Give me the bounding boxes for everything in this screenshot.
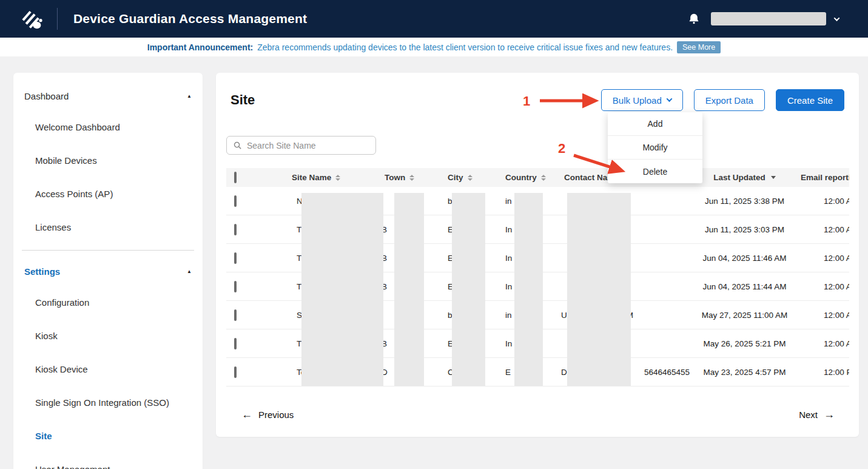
sidebar-section-dashboard[interactable]: Dashboard ▲ [13, 81, 203, 110]
redaction-block-site-name [301, 193, 383, 386]
column-label: Country [505, 173, 537, 182]
row-checkbox[interactable] [234, 338, 237, 349]
next-page-button[interactable]: Next → [799, 408, 835, 421]
cell-contact: D [561, 368, 567, 377]
cell-last-updated: Jun 11, 2025 3:38 PM [695, 197, 795, 206]
sidebar-item-label: Mobile Devices [35, 155, 97, 166]
sidebar-item-label: Kiosk [35, 331, 58, 341]
announcement-text: Zebra recommends updating devices to the… [257, 42, 673, 52]
dropdown-item-delete[interactable]: Delete [608, 160, 702, 183]
sort-icon[interactable] [468, 175, 473, 181]
column-header-site-name[interactable]: Site Name [267, 173, 379, 182]
export-data-button[interactable]: Export Data [694, 89, 765, 111]
app-title: Device Guardian Access Management [73, 12, 307, 26]
announcement-bar: Important Announcement: Zebra recommends… [0, 38, 868, 56]
row-checkbox[interactable] [234, 195, 237, 207]
select-all-checkbox[interactable] [234, 172, 237, 183]
column-label: Site Name [292, 173, 331, 182]
sidebar-item-kiosk-device[interactable]: Kiosk Device [13, 353, 203, 386]
sidebar-item-mobile-devices[interactable]: Mobile Devices [13, 144, 203, 177]
row-checkbox[interactable] [234, 224, 237, 235]
cell-email: 12:00 A [795, 254, 849, 263]
dropdown-item-add[interactable]: Add [608, 112, 702, 136]
sidebar-item-configuration[interactable]: Configuration [13, 286, 203, 319]
announcement-label: Important Announcement: [147, 42, 253, 52]
bulk-upload-dropdown: Add Modify Delete [608, 112, 702, 183]
redaction-block-contact [567, 193, 631, 386]
cell-email: 12:00 A [795, 225, 849, 234]
row-checkbox[interactable] [234, 281, 237, 292]
main-panel: Site Bulk Upload Export Data Create Site… [216, 73, 859, 437]
row-checkbox[interactable] [234, 252, 237, 264]
cell-contact: U [561, 311, 567, 320]
sidebar-section-label: Dashboard [24, 91, 69, 101]
column-header-city[interactable]: City [447, 173, 505, 182]
sidebar-item-kiosk[interactable]: Kiosk [13, 319, 203, 353]
site-table: Site Name Town City Country Contact Name… [226, 168, 849, 386]
sidebar-item-licenses[interactable]: Licenses [13, 211, 203, 244]
redaction-block-city [452, 193, 485, 386]
cell-email: 12:00 A [795, 311, 849, 320]
sort-icon[interactable] [409, 175, 414, 181]
column-label: Email reporti [801, 173, 849, 182]
arrow-left-icon: ← [241, 408, 252, 421]
sort-icon[interactable] [541, 175, 546, 181]
cell-last-updated: May 23, 2025 4:57 PM [695, 368, 795, 377]
create-site-button[interactable]: Create Site [776, 89, 844, 111]
sort-icon[interactable] [335, 175, 340, 181]
sidebar-item-welcome-dashboard[interactable]: Welcome Dashboard [13, 110, 203, 144]
redaction-block-country [514, 193, 543, 386]
sidebar-item-user-management[interactable]: User Management [13, 453, 203, 469]
cell-email: 12:00 A [795, 339, 849, 348]
row-checkbox[interactable] [234, 366, 237, 378]
pagination: ← Previous Next → [241, 404, 835, 425]
table-header-row: Site Name Town City Country Contact Name… [226, 168, 849, 187]
collapse-caret-icon[interactable]: ▲ [187, 93, 192, 99]
search-input[interactable] [247, 141, 369, 150]
column-header-email-reporting[interactable]: Email reporti [795, 173, 849, 182]
previous-label: Previous [258, 410, 294, 420]
cell-email: 12:00 A [795, 282, 849, 291]
page-title: Site [230, 92, 255, 108]
row-checkbox[interactable] [234, 309, 237, 321]
toolbar: Bulk Upload Export Data Create Site [601, 89, 844, 111]
previous-page-button[interactable]: ← Previous [241, 408, 294, 421]
arrow-right-icon: → [824, 408, 835, 421]
chevron-down-icon [666, 96, 672, 102]
user-email-redacted[interactable] [711, 12, 826, 25]
sidebar-item-label: Kiosk Device [35, 364, 88, 374]
cell-last-updated: Jun 04, 2025 11:46 AM [695, 254, 795, 263]
column-label: Town [385, 173, 405, 182]
column-label: Last Updated [713, 173, 765, 182]
redaction-block-town [394, 193, 424, 386]
sidebar-item-label: Single Sign On Integration (SSO) [35, 397, 169, 408]
zebra-logo-icon [19, 6, 45, 32]
sort-desc-icon[interactable] [771, 176, 776, 179]
sidebar-item-label: Configuration [35, 297, 89, 308]
sidebar-item-access-points[interactable]: Access Points (AP) [13, 177, 203, 211]
app-header: Device Guardian Access Management [0, 0, 868, 38]
sidebar-item-label: Licenses [35, 222, 71, 232]
sidebar-item-sso[interactable]: Single Sign On Integration (SSO) [13, 386, 203, 419]
search-icon [233, 141, 242, 150]
bulk-upload-button[interactable]: Bulk Upload [601, 89, 683, 111]
sidebar-divider [22, 250, 194, 251]
dropdown-item-modify[interactable]: Modify [608, 136, 702, 160]
column-label: City [448, 173, 463, 182]
sidebar-item-site[interactable]: Site [13, 419, 203, 453]
sidebar-item-label: User Management [35, 464, 110, 469]
cell-phone: 5646465455 [637, 368, 695, 377]
notifications-bell-icon[interactable] [688, 12, 700, 25]
column-header-last-updated[interactable]: Last Updated [695, 173, 795, 182]
collapse-caret-icon[interactable]: ▲ [187, 269, 192, 274]
user-menu-chevron-down-icon[interactable] [834, 15, 840, 21]
column-header-country[interactable]: Country [505, 173, 561, 182]
sidebar-section-settings[interactable]: Settings ▲ [13, 257, 203, 286]
cell-last-updated: Jun 11, 2025 3:03 PM [695, 225, 795, 234]
cell-last-updated: May 26, 2025 5:21 PM [695, 339, 795, 348]
next-label: Next [799, 410, 818, 420]
sidebar-item-label: Site [35, 431, 52, 441]
see-more-button[interactable]: See More [677, 41, 721, 53]
cell-last-updated: May 27, 2025 11:00 AM [695, 311, 795, 320]
column-header-town[interactable]: Town [379, 173, 447, 182]
